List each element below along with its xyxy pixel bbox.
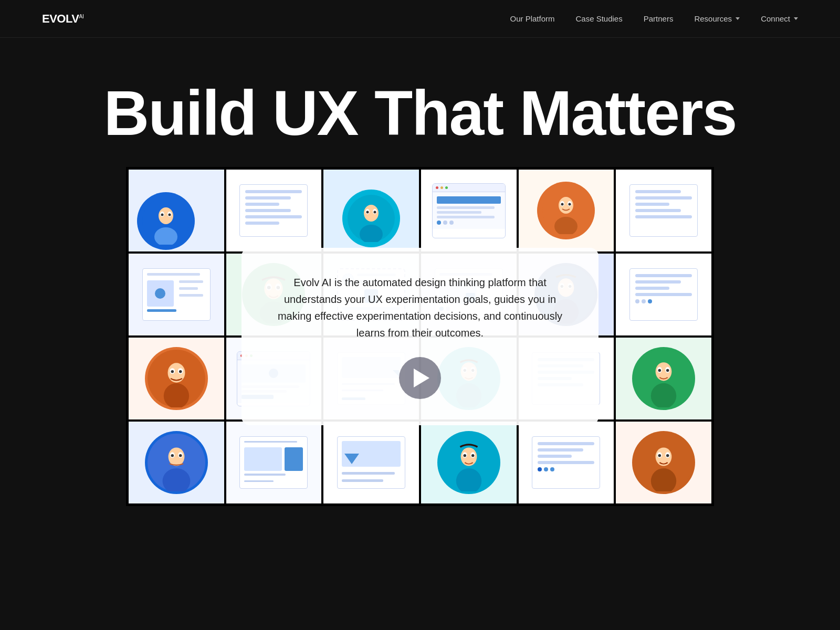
svg-point-20	[569, 203, 571, 206]
svg-point-5	[161, 214, 163, 216]
grid-cell	[420, 421, 518, 505]
svg-point-37	[164, 383, 189, 407]
video-overlay: Evolv AI is the automated design thinkin…	[242, 248, 598, 425]
chevron-down-icon	[794, 17, 798, 20]
grid-cell	[128, 253, 225, 337]
svg-point-76	[666, 454, 669, 457]
video-description: Evolv AI is the automated design thinkin…	[273, 274, 567, 341]
grid-cell	[322, 421, 420, 505]
grid-cell	[225, 169, 323, 253]
grid-cell	[322, 169, 420, 253]
svg-point-12	[366, 211, 369, 214]
svg-point-61	[171, 454, 174, 457]
logo[interactable]: EVOLVAI	[42, 12, 84, 26]
grid-cell	[615, 253, 712, 337]
nav-item-platform[interactable]: Our Platform	[510, 14, 554, 23]
grid-section: Evolv AI is the automated design thinkin…	[0, 167, 840, 506]
svg-point-69	[471, 454, 475, 457]
grid-cell	[128, 421, 225, 505]
grid-cell	[128, 337, 225, 421]
svg-point-75	[658, 454, 662, 457]
navigation: EVOLVAI Our Platform Case Studies Partne…	[0, 0, 840, 38]
svg-point-68	[463, 454, 466, 457]
grid-cell	[518, 169, 615, 253]
nav-link-connect[interactable]: Connect	[761, 14, 798, 23]
svg-point-62	[179, 454, 182, 457]
nav-link-platform[interactable]: Our Platform	[510, 14, 554, 23]
nav-item-partners[interactable]: Partners	[644, 14, 674, 23]
grid-cell	[615, 421, 712, 505]
svg-point-19	[561, 203, 564, 206]
grid-cell	[128, 169, 225, 253]
grid-cell	[225, 421, 323, 505]
nav-link-case-studies[interactable]: Case Studies	[576, 14, 623, 23]
play-icon	[414, 369, 429, 387]
grid-cell	[615, 337, 712, 421]
svg-point-6	[168, 214, 171, 216]
svg-point-41	[179, 370, 182, 373]
svg-point-40	[171, 370, 174, 373]
svg-point-13	[374, 211, 376, 214]
nav-links: Our Platform Case Studies Partners Resou…	[510, 14, 798, 23]
hero-section: Build UX That Matters	[0, 38, 840, 146]
grid-cell	[615, 169, 712, 253]
svg-point-51	[651, 383, 676, 407]
nav-item-resources[interactable]: Resources	[694, 14, 740, 23]
svg-point-55	[666, 369, 669, 372]
grid-cell	[420, 169, 518, 253]
chevron-down-icon	[736, 17, 740, 20]
hero-title: Build UX That Matters	[21, 80, 819, 146]
grid-cell	[518, 421, 615, 505]
nav-item-connect[interactable]: Connect	[761, 14, 798, 23]
nav-link-partners[interactable]: Partners	[644, 14, 674, 23]
nav-link-resources[interactable]: Resources	[694, 14, 740, 23]
play-button[interactable]	[399, 357, 441, 399]
svg-point-54	[658, 369, 662, 372]
nav-item-case-studies[interactable]: Case Studies	[576, 14, 623, 23]
